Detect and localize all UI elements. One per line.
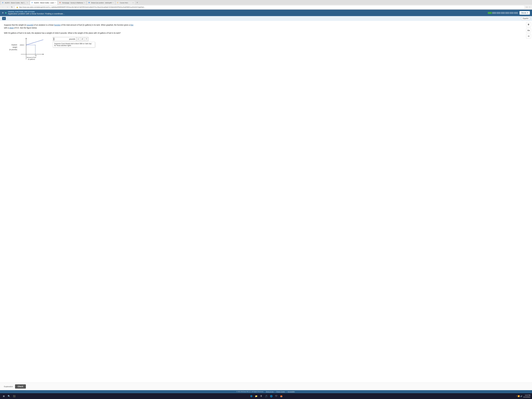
new-tab-button[interactable]: + [135, 0, 139, 5]
header-title-section: GRAPHS, FUNCTIONS, AND SYSTEMS Applicati… [8, 11, 486, 15]
tab-label-1: ALEKS - Stevie Cvetko - My Class [5, 2, 26, 4]
chevron-down-icon: ▾ [527, 12, 528, 14]
wifi-icon[interactable]: 📶 [518, 395, 520, 397]
graph-and-answer: Airplane weight (in pounds) [9, 37, 528, 66]
address-bar[interactable]: 🔒 https://www-awu.aleks.com/alekscgi/x/l… [14, 5, 525, 9]
progress-seg-7 [514, 12, 518, 14]
progress-seg-4 [501, 12, 505, 14]
tab-homepage[interactable]: B Homepage - Survey in Mathema × [58, 0, 86, 5]
taskbar-firefox[interactable]: 🦊 [279, 394, 283, 398]
problem-paragraph: Suppose that the weight (in pounds) of a… [4, 24, 528, 29]
aleks-header: ≡ GRAPHS, FUNCTIONS, AND SYSTEMS Applica… [0, 10, 532, 16]
taskbar-calendar[interactable]: 🗓 [259, 394, 263, 398]
progress-seg-3 [496, 12, 500, 14]
graph-svg: 2444.5 53 Amount of fuel (in gallons) [18, 37, 47, 63]
tab-close-1[interactable]: × [27, 2, 28, 4]
tab-aleks-class[interactable]: A ALEKS - Stevie Cvetko - My Class × [0, 0, 30, 5]
forward-button[interactable]: → [6, 5, 9, 9]
pounds-link[interactable]: pounds [27, 24, 33, 26]
answer-input-box[interactable]: pounds [53, 37, 76, 41]
taskbar-files[interactable]: 📁 [254, 394, 258, 398]
tab-aleks-learn[interactable]: A ALEKS - Stevie Cvetko - Learn × [30, 0, 57, 5]
settings-icon[interactable]: ⋮ [529, 6, 531, 8]
taskbar-edge[interactable]: 🌐 [249, 394, 253, 398]
tab-favicon-5: C [117, 2, 119, 4]
function-link[interactable]: function [54, 24, 61, 26]
accessibility-link[interactable]: Accessibility [288, 391, 295, 393]
svg-marker-3 [43, 54, 44, 55]
tooltip-text: Supreme Court thwarts bid to block SB8 o… [54, 43, 92, 46]
bottom-bar: Explanation Check [0, 383, 532, 390]
font-icon[interactable]: Aa [526, 28, 531, 33]
privacy-link[interactable]: Privacy Center [276, 391, 285, 393]
undo-button[interactable]: ↺ [80, 37, 85, 41]
section-label: GRAPHS, FUNCTIONS, AND SYSTEMS [8, 11, 486, 13]
tab-close-3[interactable]: × [84, 2, 85, 4]
tab-favicon-1: A [2, 2, 4, 4]
line-link[interactable]: line [131, 24, 133, 26]
footer: © 2021 McGraw Hill LLC. All Rights Reser… [0, 390, 532, 393]
system-icons: ^ 📶 🔊 [516, 395, 522, 397]
taskview-button[interactable]: ⬛ [12, 394, 16, 398]
page-title: Application problem with a linear functi… [8, 13, 486, 15]
espanol-button[interactable]: Español [521, 17, 530, 20]
progress-seg-6 [510, 12, 513, 14]
svg-text:Amount of fuel: Amount of fuel [27, 57, 36, 58]
tab-favicon-3: B [59, 2, 61, 4]
user-menu-button[interactable]: Stevie ▾ [519, 11, 530, 15]
collapse-icon: ∨ [3, 18, 5, 19]
browser-chrome: A ALEKS - Stevie Cvetko - My Class × A A… [0, 0, 532, 10]
collapse-button[interactable]: ∨ [2, 17, 6, 20]
refresh-button[interactable]: ↻ [10, 5, 14, 9]
main-content: Suppose that the weight (in pounds) of a… [0, 21, 532, 383]
terms-link[interactable]: Terms of Use [266, 391, 274, 393]
clear-button[interactable]: × [76, 37, 80, 41]
tab-deland[interactable]: M Deland Jpn position - sbishop90 × [87, 0, 115, 5]
y-axis-label-2: weight [9, 46, 17, 48]
espanol-label: Español [523, 18, 528, 19]
clock[interactable]: 6:22 PM 12/12/2021 [523, 394, 530, 398]
help-button[interactable]: ? [85, 37, 88, 41]
bookmark-icon[interactable]: ☆ [526, 6, 528, 8]
y-axis-label-1: Airplane [9, 44, 17, 46]
chevron-up-icon[interactable]: ^ [516, 395, 517, 397]
volume-icon[interactable]: 🔊 [520, 395, 522, 397]
taskbar-browser[interactable]: 🌐 [269, 394, 273, 398]
start-button[interactable]: ⊞ [2, 394, 6, 398]
taskbar-center: 🌐 📁 🗓 🎵 🌐 🛡 🦊 [249, 394, 283, 398]
address-bar-row: ← → ↻ 🔒 https://www-awu.aleks.com/aleksc… [0, 5, 532, 10]
calculator-icon[interactable]: 🖩 [526, 22, 531, 27]
svg-line-6 [26, 40, 43, 45]
svg-marker-1 [26, 38, 26, 39]
hamburger-icon[interactable]: ≡ [2, 12, 4, 14]
slope-link[interactable]: slope [9, 27, 14, 29]
search-taskbar[interactable]: 🔍 [7, 394, 11, 398]
explanation-link[interactable]: Explanation [4, 386, 13, 387]
progress-bar [488, 12, 518, 14]
progress-seg-5 [505, 12, 509, 14]
check-button[interactable]: Check [15, 384, 26, 389]
answer-unit: pounds [68, 37, 76, 41]
tab-close-4[interactable]: × [113, 2, 114, 4]
tab-label-4: Deland Jpn position - sbishop90 [91, 2, 112, 4]
answer-input[interactable] [55, 37, 68, 41]
address-bar-icons: ☆ ⋮ [526, 6, 531, 8]
tab-bar: A ALEKS - Stevie Cvetko - My Class × A A… [0, 0, 532, 5]
status-dot [5, 12, 6, 14]
footer-copyright: © 2021 McGraw Hill LLC. All Rights Reser… [236, 391, 264, 393]
tab-label-3: Homepage - Survey in Mathema [62, 2, 83, 4]
tab-coursehero[interactable]: C Course Hero × [115, 0, 135, 5]
lock-icon: 🔒 [16, 6, 18, 8]
tab-close-5[interactable]: × [133, 2, 133, 4]
question-text: With 53 gallons of fuel in its tank, the… [4, 32, 528, 34]
clock-time: 6:22 PM [523, 394, 530, 396]
tooltip-popup: Supreme Court thwarts bid to block SB8 o… [53, 42, 95, 47]
tab-close-2[interactable]: × [55, 2, 56, 4]
back-button[interactable]: ← [1, 5, 5, 9]
mail-icon[interactable]: ✉ [526, 34, 531, 38]
svg-text:(in gallons): (in gallons) [28, 58, 35, 60]
clock-date: 12/12/2021 [523, 396, 530, 398]
taskbar-shield[interactable]: 🛡 [274, 394, 279, 398]
progress-seg-1 [488, 12, 492, 14]
taskbar-media[interactable]: 🎵 [264, 394, 268, 398]
